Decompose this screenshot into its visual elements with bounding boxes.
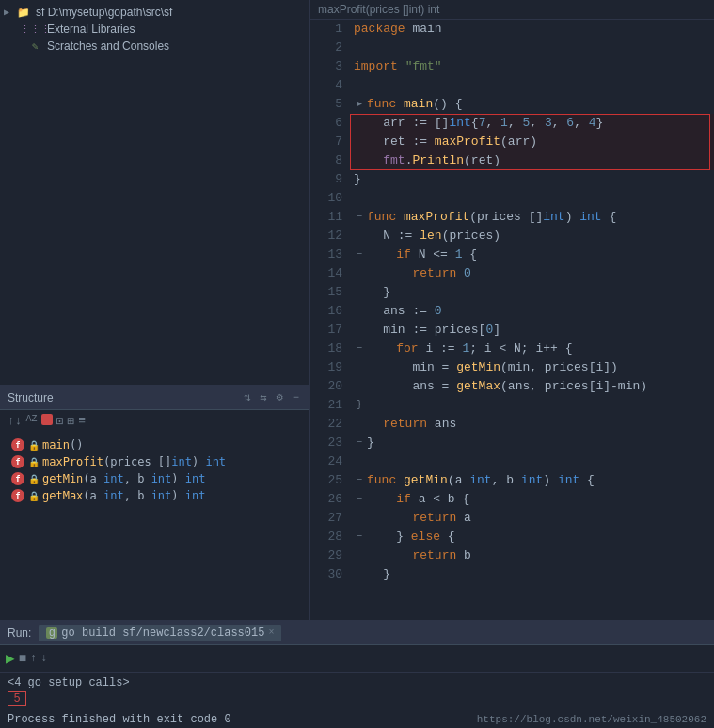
code-line-21: } — [350, 396, 714, 415]
run-play-btn[interactable]: ▶ — [6, 649, 15, 668]
tree-arrow-sf: ▶ — [4, 7, 15, 18]
expand-icon[interactable]: ⊡ — [56, 414, 64, 429]
line-num-25: 25 — [314, 471, 342, 490]
breadcrumb-bar: maxProfit(prices []int) int — [310, 0, 714, 20]
run-tab[interactable]: g go build sf/newclass2/class015 × — [39, 625, 281, 641]
run-tab-label: go build sf/newclass2/class015 — [61, 626, 264, 640]
folder-icon: 📁 — [15, 6, 32, 19]
line-num-16: 16 — [314, 302, 342, 321]
highlighted-block: arr := []int{7, 1, 5, 3, 6, 4} ret := ma… — [350, 114, 714, 170]
func-name-getmin: getMin — [42, 472, 83, 485]
tree-item-sf[interactable]: ▶ 📁 sf D:\mysetup\gopath\src\sf — [0, 4, 309, 21]
minimize-icon[interactable]: − — [290, 390, 302, 405]
line-num-18: 18 — [314, 340, 342, 358]
code-line-23: −} — [350, 434, 714, 452]
lock-icon-main: 🔒 — [28, 440, 40, 451]
fold-main-icon[interactable]: ▶ — [354, 95, 365, 114]
settings-icon[interactable]: ⚙ — [274, 389, 286, 405]
sort-az-icon[interactable]: AZ — [26, 414, 38, 429]
kw-package: package — [354, 20, 405, 39]
struct-item-main[interactable]: f 🔒 main() — [0, 436, 309, 453]
struct-item-getmax[interactable]: f 🔒 getMax(a int, b int) int — [0, 487, 309, 504]
run-toolbar: ▶ ■ ↑ ↓ — [0, 645, 714, 673]
tree-label-libs: External Libraries — [47, 23, 135, 36]
line-num-23: 23 — [314, 434, 342, 452]
sort-type-icon[interactable]: ⇆ — [257, 389, 269, 405]
struct-item-maxprofit[interactable]: f 🔒 maxProfit(prices []int) int — [0, 453, 309, 470]
csdn-url: https://blog.csdn.net/weixin_48502062 — [477, 714, 706, 725]
run-process-text: Process finished with exit code 0 — [8, 713, 231, 726]
lock-icon-getmin: 🔒 — [28, 474, 40, 484]
main-layout: ▶ 📁 sf D:\mysetup\gopath\src\sf ⋮⋮⋮ Exte… — [0, 0, 714, 620]
code-area[interactable]: 1 2 3 4 5 6 7 8 9 10 11 12 13 14 15 16 1… — [310, 20, 714, 620]
code-line-27: return a — [350, 509, 714, 528]
line-num-22: 22 — [314, 415, 342, 434]
run-line-calls: <4 go setup calls> — [8, 676, 706, 689]
run-footer: Process finished with exit code 0 https:… — [0, 711, 714, 728]
run-scroll-down-btn[interactable]: ↓ — [40, 652, 47, 665]
fold-else-icon[interactable]: − — [354, 528, 365, 546]
breadcrumb: maxProfit(prices []int) int — [318, 3, 439, 16]
code-line-4 — [350, 76, 714, 95]
line-num-24: 24 — [314, 452, 342, 471]
line-num-29: 29 — [314, 546, 342, 565]
code-line-10 — [350, 189, 714, 208]
sort-asc-icon[interactable]: ↑↓ — [8, 414, 23, 429]
func-name-main: main — [42, 438, 70, 451]
structure-items: f 🔒 main() f 🔒 maxProfit(prices []int) i… — [0, 433, 309, 620]
line-num-3: 3 — [314, 57, 342, 76]
line-num-1: 1 — [314, 20, 342, 39]
scratch-icon: ✎ — [26, 40, 43, 53]
code-line-9: } — [350, 170, 714, 189]
structure-title: Structure — [8, 391, 54, 404]
sort-alpha-icon[interactable]: ⇅ — [241, 389, 253, 405]
fold-close-for-icon[interactable]: } — [354, 396, 365, 415]
struct-text-maxprofit: maxProfit(prices []int) int — [42, 455, 226, 468]
code-line-29: return b — [350, 546, 714, 565]
code-line-15: } — [350, 283, 714, 302]
line-num-20: 20 — [314, 377, 342, 396]
struct-item-getmin[interactable]: f 🔒 getMin(a int, b int) int — [0, 470, 309, 487]
struct-text-getmax: getMax(a int, b int) int — [42, 489, 205, 502]
fold-if1-icon[interactable]: − — [354, 245, 365, 264]
code-line-20: ans = getMax(ans, prices[i]-min) — [350, 377, 714, 396]
run-content: ▶ ■ ↑ ↓ <4 go setup calls> 5 Process fin… — [0, 645, 714, 728]
func-badge-getmax: f — [11, 489, 24, 502]
func-name-maxprofit: maxProfit — [42, 455, 103, 468]
tree-label-sf: sf D:\mysetup\gopath\src\sf — [36, 6, 172, 19]
line-num-7: 7 — [314, 133, 342, 151]
line-num-28: 28 — [314, 528, 342, 546]
run-tab-icon: g — [46, 627, 57, 639]
line-num-9: 9 — [314, 170, 342, 189]
fold-if2-icon[interactable]: − — [354, 490, 365, 509]
filter-red-icon[interactable] — [41, 414, 53, 425]
fold-getmin-icon[interactable]: − — [354, 471, 365, 490]
code-line-22: return ans — [350, 415, 714, 434]
line-num-2: 2 — [314, 39, 342, 57]
collapse-icon[interactable]: ⊞ — [67, 414, 74, 429]
structure-header: Structure ⇅ ⇆ ⚙ − — [0, 386, 309, 410]
line-num-13: 13 — [314, 245, 342, 264]
line-num-12: 12 — [314, 227, 342, 245]
run-panel: Run: g go build sf/newclass2/class015 × … — [0, 620, 714, 728]
fold-maxprofit-icon[interactable]: − — [354, 208, 365, 227]
lock-icon-maxprofit: 🔒 — [28, 457, 40, 467]
code-line-25: −func getMin(a int, b int) int { — [350, 471, 714, 490]
run-tab-close-btn[interactable]: × — [268, 627, 274, 638]
code-line-11: −func maxProfit(prices []int) int { — [350, 208, 714, 227]
fold-for-icon[interactable]: − — [354, 340, 365, 358]
more-icon[interactable]: ≡ — [78, 414, 86, 429]
code-line-24 — [350, 452, 714, 471]
line-num-30: 30 — [314, 565, 342, 584]
line-num-19: 19 — [314, 358, 342, 377]
tree-item-scratches[interactable]: ✎ Scratches and Consoles — [0, 38, 309, 55]
line-num-26: 26 — [314, 490, 342, 509]
fold-close-func-icon[interactable]: − — [354, 434, 365, 452]
tree-item-external-libs[interactable]: ⋮⋮⋮ External Libraries — [0, 21, 309, 38]
code-line-16: ans := 0 — [350, 302, 714, 321]
run-stop-btn[interactable]: ■ — [19, 651, 26, 666]
code-line-14: return 0 — [350, 264, 714, 283]
run-scroll-up-btn[interactable]: ↑ — [30, 652, 37, 665]
code-line-28: − } else { — [350, 528, 714, 546]
line-num-17: 17 — [314, 321, 342, 340]
